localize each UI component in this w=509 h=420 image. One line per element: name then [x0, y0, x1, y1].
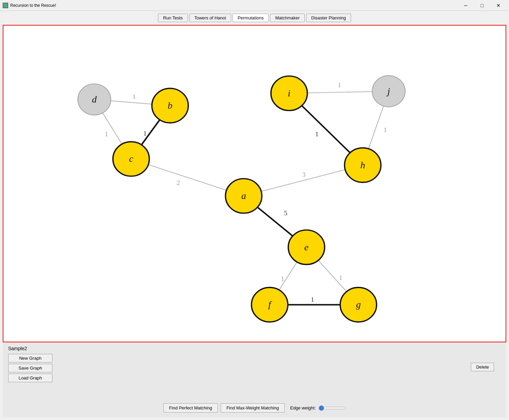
edge-weight-c-a: 2	[177, 179, 180, 186]
close-button[interactable]: ✕	[491, 1, 506, 10]
edge-weight-e-g: 1	[339, 274, 342, 281]
load-graph-button[interactable]: Load Graph	[8, 374, 52, 382]
window-controls: ─ □ ✕	[458, 1, 506, 10]
edge-weight-label: Edge weight:	[290, 405, 316, 410]
edge-weight-e-f: 1	[281, 275, 284, 282]
tab-permutations[interactable]: Permutations	[233, 14, 269, 22]
titlebar: Recursion to the Rescue! ─ □ ✕	[0, 0, 509, 11]
window-title: Recursion to the Rescue!	[10, 3, 458, 8]
edge-weight-a-h: 3	[302, 171, 305, 178]
edge-weight-slider[interactable]	[319, 405, 346, 411]
new-graph-button[interactable]: New Graph	[8, 354, 52, 362]
tab-matchmaker[interactable]: Matchmaker	[270, 14, 305, 22]
edge-weight-d-c: 1	[105, 130, 108, 138]
edge-weight-j-h: 1	[383, 126, 387, 134]
edge-weight-slider-container	[319, 405, 346, 411]
edge-weight-i-h: 1	[315, 130, 319, 138]
node-label-e: e	[304, 242, 308, 252]
tab-disaster-planning[interactable]: Disaster Planning	[306, 14, 351, 22]
edge-weight-d-b: 1	[132, 93, 136, 100]
node-label-i: i	[288, 88, 290, 98]
tab-towers-of-hanoi[interactable]: Towers of Hanoi	[189, 14, 231, 22]
graph-buttons: New Graph Save Graph Load Graph	[8, 354, 52, 382]
sample-name: Sample2	[8, 346, 52, 351]
bottom-footer: Find Perfect Matching Find Max-Weight Ma…	[8, 403, 501, 414]
edge-weight-b-c: 1	[143, 129, 147, 137]
app-icon	[3, 3, 8, 8]
edge-weight-a-e: 5	[284, 209, 287, 216]
bottom-top: Sample2 New Graph Save Graph Load Graph	[8, 346, 52, 382]
node-label-d: d	[92, 94, 97, 104]
find-perfect-matching-button[interactable]: Find Perfect Matching	[163, 403, 218, 413]
graph-canvas[interactable]: 1 1 1 2 3 5 1 1 1	[3, 25, 506, 342]
node-label-a: a	[241, 191, 246, 201]
node-label-g: g	[356, 300, 361, 310]
node-label-c: c	[129, 154, 133, 164]
node-label-b: b	[168, 100, 173, 110]
navbar: Run Tests Towers of Hanoi Permutations M…	[0, 11, 509, 22]
tab-run-tests[interactable]: Run Tests	[158, 14, 188, 22]
main-area: 1 1 1 2 3 5 1 1 1	[0, 22, 509, 420]
delete-button[interactable]: Delete	[471, 363, 494, 371]
bottom-panel: Sample2 New Graph Save Graph Load Graph …	[3, 342, 506, 417]
maximize-button[interactable]: □	[474, 1, 490, 10]
minimize-button[interactable]: ─	[458, 1, 474, 10]
graph-svg: 1 1 1 2 3 5 1 1 1	[3, 26, 506, 342]
find-max-weight-matching-button[interactable]: Find Max-Weight Matching	[221, 403, 285, 413]
edge-weight-f-g: 1	[311, 296, 314, 303]
edge-weight-i-j: 1	[338, 81, 341, 88]
node-label-h: h	[360, 160, 365, 170]
save-graph-button[interactable]: Save Graph	[8, 364, 52, 372]
